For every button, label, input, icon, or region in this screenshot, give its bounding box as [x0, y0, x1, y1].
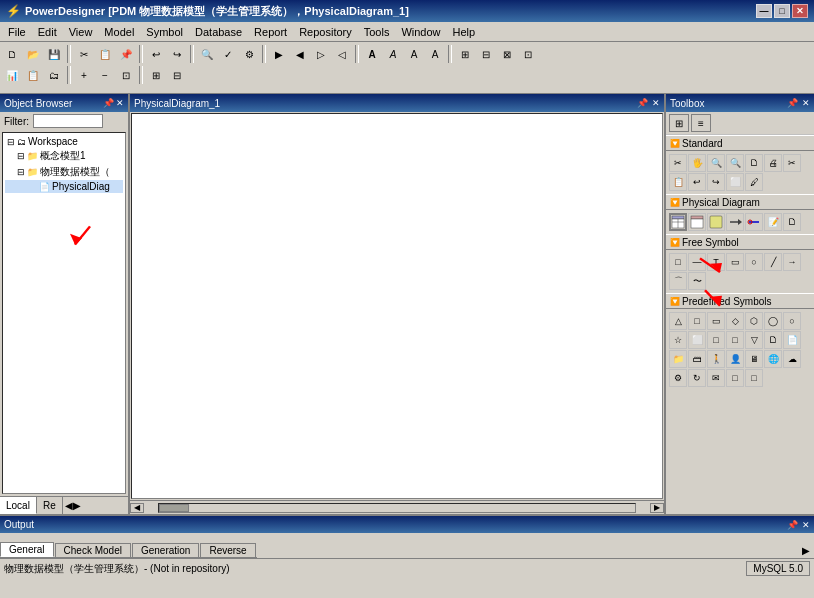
menu-report[interactable]: Report [248, 24, 293, 40]
tree-item-concept[interactable]: ⊟ 📁 概念模型1 [5, 148, 123, 164]
predef-sq2[interactable]: □ [707, 331, 725, 349]
toolbox-close-btn[interactable]: ✕ [802, 98, 810, 108]
tb-font2[interactable]: A [425, 44, 445, 64]
tool-hand[interactable]: 🖐 [688, 154, 706, 172]
maximize-button[interactable]: □ [774, 4, 790, 18]
tb-undo[interactable]: ↩ [146, 44, 166, 64]
browser-tab-nav[interactable]: ◀▶ [63, 497, 83, 514]
ob-close-btn[interactable]: ✕ [116, 98, 124, 108]
predef-person[interactable]: 🚶 [707, 350, 725, 368]
predef-tri2[interactable]: ▽ [745, 331, 763, 349]
tool-s1[interactable]: ⬜ [726, 173, 744, 191]
predef-net[interactable]: 🌐 [764, 350, 782, 368]
predef-mail[interactable]: ✉ [707, 369, 725, 387]
close-button[interactable]: ✕ [792, 4, 808, 18]
tool-seq[interactable]: 📝 [764, 213, 782, 231]
minimize-button[interactable]: — [756, 4, 772, 18]
tb-tool7[interactable]: ▷ [311, 44, 331, 64]
tb-align3[interactable]: ⊠ [497, 44, 517, 64]
menu-window[interactable]: Window [395, 24, 446, 40]
menu-model[interactable]: Model [98, 24, 140, 40]
tool-undo[interactable]: ↩ [688, 173, 706, 191]
menu-view[interactable]: View [63, 24, 99, 40]
tb-copy[interactable]: 📋 [95, 44, 115, 64]
tool-arrow[interactable]: → [783, 253, 801, 271]
predef-fold[interactable]: 📁 [669, 350, 687, 368]
predef-gear[interactable]: ⚙ [669, 369, 687, 387]
predef-rect2[interactable]: ▭ [707, 312, 725, 330]
toolbox-view-grid[interactable]: ⊞ [669, 114, 689, 132]
predef-triangle[interactable]: △ [669, 312, 687, 330]
tb-font1[interactable]: A [404, 44, 424, 64]
tb-zoom-fit[interactable]: ⊡ [116, 65, 136, 85]
diagram-close-btn[interactable]: ✕ [652, 98, 660, 108]
tb-gen[interactable]: ⚙ [239, 44, 259, 64]
tool-wave[interactable]: 〜 [688, 272, 706, 290]
menu-tools[interactable]: Tools [358, 24, 396, 40]
tb-align4[interactable]: ⊡ [518, 44, 538, 64]
tb-tool8[interactable]: ◁ [332, 44, 352, 64]
output-tab-generation[interactable]: Generation [132, 543, 199, 557]
tb-tool5[interactable]: ▶ [269, 44, 289, 64]
predef-cycle[interactable]: ↻ [688, 369, 706, 387]
tb-new[interactable]: 🗋 [2, 44, 22, 64]
predef-db[interactable]: 🗃 [688, 350, 706, 368]
toolbox-section-standard-header[interactable]: 🔽 Standard [666, 135, 814, 151]
tool-redo[interactable]: ↪ [707, 173, 725, 191]
tb-bold[interactable]: A [362, 44, 382, 64]
ob-pin-btn[interactable]: 📌 [103, 98, 114, 108]
tb-diag2[interactable]: 📋 [23, 65, 43, 85]
hscroll-left-btn[interactable]: ◀ [130, 503, 144, 513]
tb-diag3[interactable]: 🗂 [44, 65, 64, 85]
browser-tab-re[interactable]: Re [37, 497, 63, 514]
predef-rect1[interactable]: □ [688, 312, 706, 330]
menu-help[interactable]: Help [447, 24, 482, 40]
tool-s2[interactable]: 🖊 [745, 173, 763, 191]
predef-sq1[interactable]: ⬜ [688, 331, 706, 349]
output-tab-checkmodel[interactable]: Check Model [55, 543, 131, 557]
tb-align1[interactable]: ⊞ [455, 44, 475, 64]
tool-line[interactable]: — [688, 253, 706, 271]
tool-rect[interactable]: □ [669, 253, 687, 271]
toolbox-section-physdiag-header[interactable]: 🔽 Physical Diagram [666, 194, 814, 210]
predef-file[interactable]: 📄 [783, 331, 801, 349]
tool-roundrect[interactable]: ▭ [726, 253, 744, 271]
diagram-canvas[interactable] [131, 113, 663, 499]
tb-diag1[interactable]: 📊 [2, 65, 22, 85]
tree-expand-workspace[interactable]: ⊟ [7, 137, 17, 147]
toolbox-section-predef-header[interactable]: 🔽 Predefined Symbols [666, 293, 814, 309]
tool-arc[interactable]: ⌒ [669, 272, 687, 290]
tool-zoom-out[interactable]: 🔍 [726, 154, 744, 172]
tb-snap[interactable]: ⊟ [167, 65, 187, 85]
tb-italic[interactable]: A [383, 44, 403, 64]
predef-circle[interactable]: ○ [783, 312, 801, 330]
hscroll-thumb[interactable] [159, 504, 189, 512]
toolbox-section-freesym-header[interactable]: 🔽 Free Symbol [666, 234, 814, 250]
tool-cut[interactable]: ✂ [783, 154, 801, 172]
tool-page[interactable]: 🗋 [745, 154, 763, 172]
menu-file[interactable]: File [2, 24, 32, 40]
tb-redo[interactable]: ↪ [167, 44, 187, 64]
predef-p2[interactable]: 👤 [726, 350, 744, 368]
tool-other[interactable]: 🗋 [783, 213, 801, 231]
output-pin-btn[interactable]: 📌 [787, 520, 798, 530]
tree-item-physical[interactable]: ⊟ 📁 物理数据模型（ [5, 164, 123, 180]
output-close-btn[interactable]: ✕ [802, 520, 810, 530]
tb-cut[interactable]: ✂ [74, 44, 94, 64]
tb-grid[interactable]: ⊞ [146, 65, 166, 85]
tool-paste[interactable]: 📋 [669, 173, 687, 191]
tb-save[interactable]: 💾 [44, 44, 64, 64]
tool-link[interactable] [726, 213, 744, 231]
tool-ref[interactable] [745, 213, 763, 231]
predef-box2[interactable]: □ [745, 369, 763, 387]
predef-doc[interactable]: 🗋 [764, 331, 782, 349]
tool-table[interactable] [669, 213, 687, 231]
tool-proc[interactable] [707, 213, 725, 231]
tb-zoom-out[interactable]: − [95, 65, 115, 85]
tool-print[interactable]: 🖨 [764, 154, 782, 172]
menu-symbol[interactable]: Symbol [140, 24, 189, 40]
tool-text[interactable]: T [707, 253, 725, 271]
tool-select[interactable]: ✂ [669, 154, 687, 172]
output-tab-reverse[interactable]: Reverse [200, 543, 255, 557]
tool-ellipse[interactable]: ○ [745, 253, 763, 271]
